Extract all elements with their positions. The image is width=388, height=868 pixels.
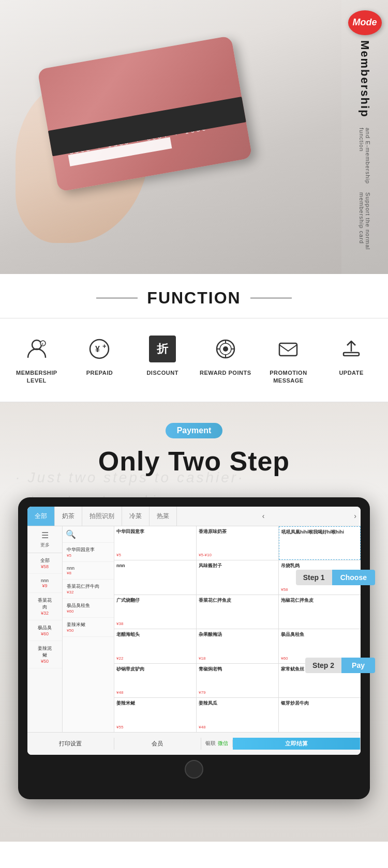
menu-cell-16[interactable]: 姜辣米鳅 ¥55	[114, 698, 196, 732]
icon-item-promotion-message: PROMOTION MESSAGE	[262, 334, 314, 385]
step2-action: Pay	[341, 658, 375, 673]
menu-name-10: 老醋海蛆头	[116, 632, 194, 638]
pos-tab-next[interactable]: ›	[350, 507, 361, 526]
tablet-outer: 全部 奶茶 拍照识别 冷菜 热菜 ‹ › ☰ 更多	[18, 497, 370, 799]
menu-cell-4[interactable]: nnn	[114, 560, 196, 595]
menu-cell-8[interactable]: 香菜花仁拌鱼皮	[197, 595, 278, 629]
menu-cell-9[interactable]: 泡椒花仁拌鱼皮	[279, 595, 361, 629]
svg-rect-14	[344, 353, 359, 356]
menu-price-14: ¥79	[199, 690, 276, 695]
menu-name-5: 风味酱肘子	[199, 563, 276, 569]
pos-left-item-all[interactable]: 全部 ¥58	[27, 553, 62, 574]
pos-tab-cold[interactable]: 冷菜	[122, 507, 150, 526]
hero-section: 9861 ♦ 7893 ♦ 6521 ♦ 3988 Mode Membershi…	[0, 0, 388, 274]
menu-name-16: 姜辣米鳅	[116, 701, 194, 707]
print-btn[interactable]: 打印设置	[27, 738, 114, 750]
wechat-pay-icon: 微信	[218, 740, 228, 747]
pos-tab-milk-tea[interactable]: 奶茶	[55, 507, 82, 526]
function-header: FUNCTION	[0, 274, 388, 318]
hand-card-illustration: 9861 ♦ 7893 ♦ 6521 ♦ 3988	[0, 0, 352, 196]
only-two-step-title: Only Two Step	[98, 446, 290, 477]
menu-name-11: 杂果酸梅汤	[199, 632, 276, 638]
menu-cell-14[interactable]: 青椒焖老鸭 ¥79	[197, 664, 278, 698]
membership-level-icon: +	[22, 334, 52, 364]
menu-cell-11[interactable]: 杂果酸梅汤 ¥18	[197, 629, 278, 663]
function-line-right	[250, 298, 292, 298]
all-category-label: 全部	[29, 557, 60, 564]
pos-tab-hot[interactable]: 热菜	[150, 507, 177, 526]
pos-menu-grid: 中华田园意李 ¥5 香港原味奶茶 ¥5-¥10 吼吼凤凰hihi喉我喝好hi喉h…	[114, 526, 361, 732]
menu-name-14: 青椒焖老鸭	[199, 666, 276, 673]
tablet-screen: 全部 奶茶 拍照识别 冷菜 热菜 ‹ › ☰ 更多	[27, 507, 361, 755]
menu-price-2: ¥5-¥10	[199, 553, 276, 557]
menu-price-13: ¥48	[116, 690, 194, 695]
pos-left-item-jiang[interactable]: 姜辣泥鳅 ¥50	[27, 641, 62, 668]
discount-icon: 折	[147, 334, 177, 364]
menu-name-4: nnn	[116, 563, 194, 569]
svg-text:+: +	[102, 342, 107, 350]
cat-name-5: 姜辣米鳅	[67, 622, 85, 627]
menu-name-1: 中华田园意李	[116, 529, 194, 535]
cat-item-5[interactable]: 姜辣米鳅 ¥50	[63, 618, 114, 637]
pos-tab-prev[interactable]: ‹	[258, 507, 269, 526]
and-label: and E-membership function	[359, 128, 371, 188]
promotion-message-icon	[273, 334, 303, 364]
cat-price-5: ¥50	[67, 628, 110, 633]
nnn-label: nnn	[29, 578, 60, 583]
icon-item-update: UPDATE	[325, 334, 377, 377]
search-icon[interactable]: 🔍	[66, 529, 76, 539]
icons-row: + MEMBERSHIP LEVEL ¥ + PREPAID 折 DISCOUN…	[0, 318, 388, 400]
menu-cell-1[interactable]: 中华田园意李 ¥5	[114, 526, 196, 560]
jipin-label: 极品臭	[29, 625, 60, 631]
pos-tab-all[interactable]: 全部	[27, 507, 55, 526]
menu-price-11: ¥18	[199, 656, 276, 661]
reward-points-label: REWARD POINTS	[200, 369, 251, 377]
membership-title: Membership	[358, 40, 371, 118]
pos-left-item-caihua[interactable]: 香菜花肉 ¥32	[27, 593, 62, 620]
pos-tab-photo[interactable]: 拍照识别	[82, 507, 122, 526]
menu-cell-3[interactable]: 吼吼凤凰hihi喉我喝好hi喉hihi	[279, 526, 361, 560]
cat-item-1[interactable]: 中华田园意李 ¥5	[63, 543, 114, 562]
reward-points-icon	[211, 334, 241, 364]
cat-item-2[interactable]: nnn ¥8	[63, 562, 114, 580]
pos-left-item-jipin[interactable]: 极品臭 ¥60	[27, 620, 62, 641]
cat-name-1: 中华田园意李	[67, 547, 95, 552]
pos-left-sidebar: ☰ 更多 全部 ¥58 nnn ¥9 香菜花肉	[27, 526, 63, 732]
member-btn[interactable]: 会员	[114, 738, 201, 750]
menu-cell-2[interactable]: 香港原味奶茶 ¥5-¥10	[197, 526, 278, 560]
payment-badge: Payment	[166, 423, 223, 438]
cat-item-3[interactable]: 香菜花仁拌牛肉 ¥32	[63, 580, 114, 599]
prepaid-icon: ¥ +	[84, 334, 114, 364]
pos-left-item-nnn[interactable]: nnn ¥9	[27, 574, 62, 593]
update-label: UPDATE	[339, 369, 363, 377]
union-pay-icon: 银联	[205, 740, 216, 747]
svg-text:¥: ¥	[95, 345, 100, 354]
menu-cell-7[interactable]: 广式烧翻仔 ¥38	[114, 595, 196, 629]
menu-name-2: 香港原味奶茶	[199, 529, 276, 535]
pay-icons: 银联 微信	[201, 740, 233, 747]
menu-cell-17[interactable]: 姜辣凤瓜 ¥48	[197, 698, 278, 732]
discount-box: 折	[149, 336, 176, 362]
menu-name-3: 吼吼凤凰hihi喉我喝好hi喉hihi	[281, 529, 358, 536]
cat-price-2: ¥8	[67, 571, 110, 575]
menu-price-17: ¥48	[199, 725, 276, 729]
pos-bottom-bar: 打印设置 会员 银联 微信 立即结算	[27, 732, 361, 755]
jiang-label: 姜辣泥鳅	[29, 645, 60, 659]
menu-cell-5[interactable]: 风味酱肘子	[197, 560, 278, 595]
function-line-left	[96, 298, 138, 298]
cat-item-4[interactable]: 极品臭桂鱼 ¥60	[63, 599, 114, 618]
menu-name-9: 泡椒花仁拌鱼皮	[281, 598, 359, 604]
discount-label: DISCOUNT	[146, 369, 178, 377]
menu-cell-13[interactable]: 砂锅带皮驴肉 ¥48	[114, 664, 196, 698]
cat-price-4: ¥60	[67, 609, 110, 614]
menu-cell-18[interactable]: 银芽炒居牛肉	[279, 698, 361, 732]
pos-top-bar: 全部 奶茶 拍照识别 冷菜 热菜 ‹ ›	[27, 507, 361, 526]
svg-rect-13	[279, 343, 297, 356]
menu-cell-10[interactable]: 老醋海蛆头 ¥22	[114, 629, 196, 663]
menu-price-6: ¥58	[281, 587, 359, 592]
menu-name-18: 银芽炒居牛肉	[281, 701, 359, 707]
checkout-btn[interactable]: 立即结算	[233, 738, 361, 750]
tablet-home-button[interactable]	[185, 760, 203, 779]
menu-price-1: ¥5	[116, 553, 194, 557]
cat-price-3: ¥32	[67, 590, 110, 595]
